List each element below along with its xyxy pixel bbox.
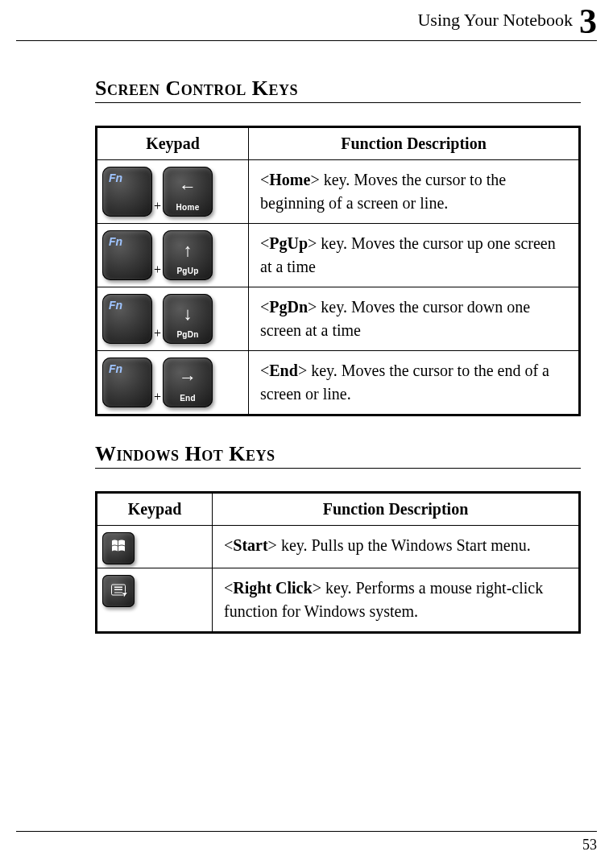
header-title: Using Your Notebook <box>417 10 573 31</box>
description-cell: <Start> key. Pulls up the Windows Start … <box>213 526 580 568</box>
description-cell: <PgDn> key. Moves the cursor down one sc… <box>249 287 580 351</box>
table-row: Fn + ← Home <Home> key. Moves the cursor… <box>97 160 580 224</box>
plus-separator: + <box>152 390 163 407</box>
home-key-icon: ← Home <box>163 167 213 217</box>
description-cell: <PgUp> key. Moves the cursor up one scre… <box>249 224 580 287</box>
fn-key-icon: Fn <box>102 230 152 280</box>
table-row: Fn + → End <End> key. Moves the cursor t… <box>97 351 580 415</box>
key-combo: Fn + ↑ PgUp <box>102 230 243 280</box>
plus-separator: + <box>152 326 163 344</box>
windows-logo-icon <box>110 539 126 559</box>
page-header: Using Your Notebook 3 <box>16 0 597 41</box>
arrow-left-icon: ← <box>163 178 213 196</box>
fn-key-icon: Fn <box>102 167 152 217</box>
context-menu-key-icon: ➤ <box>102 575 135 607</box>
page-footer: 53 <box>16 831 597 854</box>
plus-separator: + <box>152 199 163 217</box>
menu-icon: ➤ <box>111 583 126 600</box>
key-combo: Fn + → End <box>102 358 243 407</box>
page-number: 53 <box>582 837 597 853</box>
key-combo: Fn + ↓ PgDn <box>102 294 243 344</box>
section-heading-screen-control: Screen Control Keys <box>95 76 581 103</box>
windows-key-icon <box>102 532 135 564</box>
description-cell: <Right Click> key. Performs a mouse righ… <box>213 568 580 633</box>
fn-key-icon: Fn <box>102 358 152 407</box>
col-header-keypad: Keypad <box>97 127 249 160</box>
table-row: Fn + ↓ PgDn <PgDn> key. Moves the cursor… <box>97 287 580 351</box>
page: Using Your Notebook 3 Screen Control Key… <box>0 0 613 868</box>
table-row: ➤ <Right Click> key. Performs a mouse ri… <box>97 568 580 633</box>
windows-hot-keys-table: Keypad Function Description <box>95 491 581 634</box>
table-row: <Start> key. Pulls up the Windows Start … <box>97 526 580 568</box>
description-cell: <Home> key. Moves the cursor to the begi… <box>249 160 580 224</box>
end-key-icon: → End <box>163 358 213 407</box>
col-header-description: Function Description <box>213 493 580 526</box>
fn-key-icon: Fn <box>102 294 152 344</box>
arrow-up-icon: ↑ <box>163 242 213 259</box>
section-heading-windows-hot: Windows Hot Keys <box>95 442 581 469</box>
arrow-down-icon: ↓ <box>163 305 213 323</box>
chapter-number: 3 <box>579 4 597 39</box>
plus-separator: + <box>152 262 163 280</box>
col-header-keypad: Keypad <box>97 493 213 526</box>
pgdn-key-icon: ↓ PgDn <box>163 294 213 344</box>
pgup-key-icon: ↑ PgUp <box>163 230 213 280</box>
arrow-right-icon: → <box>163 369 213 386</box>
table-row: Fn + ↑ PgUp <PgUp> key. Moves the cursor… <box>97 224 580 287</box>
description-cell: <End> key. Moves the cursor to the end o… <box>249 351 580 415</box>
page-content: Screen Control Keys Keypad Function Desc… <box>95 76 581 659</box>
key-combo: Fn + ← Home <box>102 167 243 217</box>
col-header-description: Function Description <box>249 127 580 160</box>
screen-control-table: Keypad Function Description Fn + ← Home <box>95 126 581 416</box>
